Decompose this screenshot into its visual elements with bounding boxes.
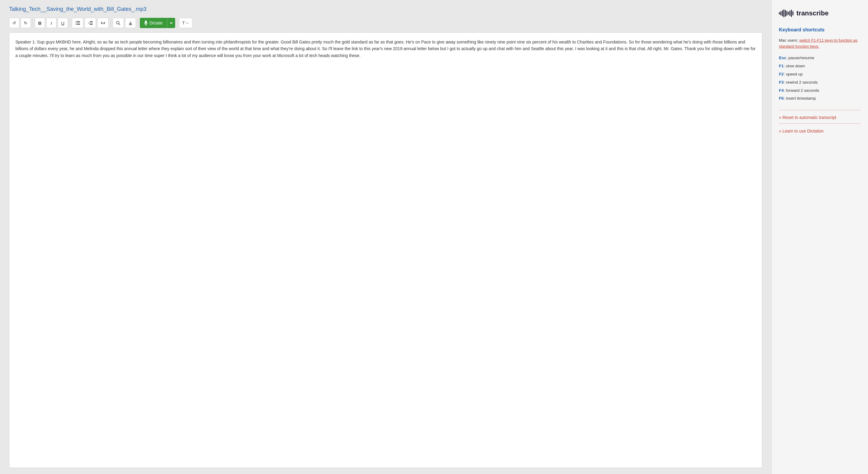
logo-text: transcribe: [797, 9, 829, 17]
shortcut-f4: F4: forward 2 seconds: [779, 88, 861, 94]
svg-rect-2: [75, 23, 76, 23]
separator-4: [138, 19, 138, 27]
underline-button[interactable]: U: [58, 18, 68, 28]
toolbar: ↺ ↻ B I U 1.: [9, 18, 762, 28]
separator-2: [70, 19, 70, 27]
ordered-list-button[interactable]: 1.: [85, 18, 96, 28]
search-button[interactable]: [113, 18, 124, 28]
svg-rect-9: [90, 24, 93, 25]
svg-text:1.: 1.: [88, 22, 90, 25]
reset-divider: [779, 110, 861, 110]
svg-rect-0: [75, 21, 76, 22]
svg-rect-5: [76, 24, 80, 25]
svg-line-11: [119, 24, 120, 25]
text-format-button[interactable]: T→: [179, 18, 193, 28]
bold-button[interactable]: B: [35, 18, 45, 28]
separator-1: [33, 19, 33, 27]
shortcut-f1: F1: slow down: [779, 63, 861, 69]
dictate-button[interactable]: Dictate: [140, 18, 167, 28]
link-button[interactable]: [97, 18, 109, 28]
logo-area: transcribe: [779, 9, 861, 18]
reset-transcript-link[interactable]: » Reset to automatic transcript: [779, 115, 861, 120]
mic-icon: [144, 21, 148, 25]
svg-rect-8: [90, 23, 93, 23]
svg-rect-4: [75, 24, 76, 25]
separator-5: [177, 19, 177, 27]
download-button[interactable]: [125, 18, 136, 28]
shortcut-list: Esc: pause/resume F1: slow down F2: spee…: [779, 55, 861, 101]
svg-rect-14: [145, 21, 147, 24]
editor-content[interactable]: Speaker 1: Sup guys MKBHD here. Alright,…: [9, 32, 762, 468]
undo-button[interactable]: ↺: [9, 18, 19, 28]
dictate-dropdown-button[interactable]: [167, 18, 175, 28]
separator-3: [111, 19, 111, 27]
shortcut-f2: F2: speed up: [779, 71, 861, 77]
keyboard-shortcuts-title: Keyboard shortcuts: [779, 27, 861, 33]
svg-rect-3: [76, 23, 80, 23]
svg-rect-7: [90, 21, 93, 22]
mac-note: Mac users: switch F1-F11 keys to functio…: [779, 37, 861, 49]
shortcut-f6: F6: insert timestamp: [779, 96, 861, 101]
shortcut-f3: F3: rewind 2 seconds: [779, 80, 861, 86]
chevron-down-icon: [170, 22, 173, 24]
shortcut-esc: Esc: pause/resume: [779, 55, 861, 61]
redo-button[interactable]: ↻: [21, 18, 31, 28]
svg-rect-1: [76, 21, 80, 22]
italic-button[interactable]: I: [46, 18, 57, 28]
learn-dictation-link[interactable]: » Learn to use Dictation: [779, 129, 861, 133]
file-title: Talking_Tech__Saving_the_World_with_Bill…: [9, 6, 762, 12]
sidebar: transcribe Keyboard shortcuts Mac users:…: [771, 0, 868, 474]
dictate-group: Dictate: [140, 18, 175, 28]
logo-waveform-icon: [779, 9, 794, 18]
unordered-list-button[interactable]: [72, 18, 83, 28]
